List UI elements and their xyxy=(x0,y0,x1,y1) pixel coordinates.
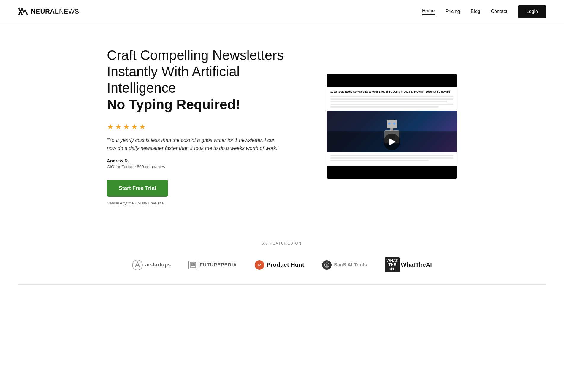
article-preview: 10 AI Tools Every Software Developer Sho… xyxy=(327,87,457,166)
featured-section: AS FEATURED ON aistartups FUTUREPEDIA xyxy=(0,223,564,284)
star-2: ★ xyxy=(115,122,122,131)
futurepedia-svg xyxy=(190,262,196,268)
logo-futurepedia[interactable]: FUTUREPEDIA xyxy=(188,261,237,269)
logo-icon xyxy=(18,6,28,17)
hero-heading-line2: Instantly With Artificial Intelligence xyxy=(107,64,240,96)
main-nav: Home Pricing Blog Contact Login xyxy=(422,5,546,18)
text-line xyxy=(330,106,438,108)
hero-heading-line1: Craft Compelling Newsletters xyxy=(107,47,284,63)
hero-heading: Craft Compelling Newsletters Instantly W… xyxy=(107,47,285,113)
start-trial-button[interactable]: Start Free Trial xyxy=(107,180,168,197)
author-name: Andrew D. xyxy=(107,158,285,163)
video-container[interactable]: 10 AI Tools Every Software Developer Sho… xyxy=(327,74,457,179)
futurepedia-icon xyxy=(188,261,197,269)
aistartups-text: aistartups xyxy=(145,262,171,268)
text-line xyxy=(330,155,453,156)
video-bottom-bar xyxy=(327,166,457,179)
producthunt-text: Product Hunt xyxy=(267,261,304,268)
aistartups-icon xyxy=(132,260,143,270)
article-bottom-lines xyxy=(327,152,457,166)
logo-text: NEURALNEWS xyxy=(31,8,79,15)
play-button[interactable] xyxy=(384,134,400,150)
star-4: ★ xyxy=(131,122,138,131)
play-overlay[interactable] xyxy=(327,131,457,152)
author-title: CIO for Fortune 500 companies xyxy=(107,164,285,169)
play-icon xyxy=(389,138,396,145)
hero-left: Craft Compelling Newsletters Instantly W… xyxy=(107,47,285,206)
nav-blog[interactable]: Blog xyxy=(471,9,480,14)
nav-contact[interactable]: Contact xyxy=(491,9,507,14)
star-5: ★ xyxy=(139,122,146,131)
logo[interactable]: NEURALNEWS xyxy=(18,6,79,17)
video-image-area xyxy=(327,111,457,152)
producthunt-icon: P xyxy=(255,260,264,270)
robot-head xyxy=(387,120,397,128)
text-line xyxy=(330,104,453,105)
text-line xyxy=(330,157,453,159)
cta-subtext: Cancel Anytime · 7-Day Free Trial xyxy=(107,201,164,205)
whatai-box: WHATTHE★I. xyxy=(385,257,400,272)
text-line xyxy=(330,160,429,161)
hero-heading-line3: No Typing Required! xyxy=(107,97,240,112)
article-inner: 10 AI Tools Every Software Developer Sho… xyxy=(327,87,457,111)
nav-pricing[interactable]: Pricing xyxy=(446,9,460,14)
logo-whattheai[interactable]: WHATTHE★I. WhatTheAI xyxy=(385,257,432,272)
header: NEURALNEWS Home Pricing Blog Contact Log… xyxy=(0,0,564,23)
video-top-bar xyxy=(327,74,457,87)
login-button[interactable]: Login xyxy=(518,5,546,18)
star-rating: ★ ★ ★ ★ ★ xyxy=(107,122,285,131)
logo-producthunt[interactable]: P Product Hunt xyxy=(255,260,304,270)
svg-point-6 xyxy=(326,263,327,265)
text-line xyxy=(330,96,453,97)
cta-area: Start Free Trial Cancel Anytime · 7-Day … xyxy=(107,180,285,206)
saasaitools-text: SaaS AI Tools xyxy=(334,262,367,268)
star-1: ★ xyxy=(107,122,114,131)
robot-eye-right xyxy=(393,123,395,125)
hero-video-preview: 10 AI Tools Every Software Developer Sho… xyxy=(327,74,457,179)
hero-section: Craft Compelling Newsletters Instantly W… xyxy=(89,23,475,223)
footer-divider xyxy=(18,284,546,285)
svg-rect-2 xyxy=(191,263,193,265)
saas-svg xyxy=(324,262,330,268)
svg-rect-3 xyxy=(191,265,195,266)
featured-label: AS FEATURED ON xyxy=(18,241,546,245)
logo-aistartups[interactable]: aistartups xyxy=(132,260,171,270)
text-line xyxy=(330,101,447,102)
nav-home[interactable]: Home xyxy=(422,8,435,15)
star-3: ★ xyxy=(123,122,130,131)
whattheai-text: WhatTheAI xyxy=(401,261,432,268)
futurepedia-text: FUTUREPEDIA xyxy=(200,262,237,268)
text-line xyxy=(330,98,453,100)
article-lines xyxy=(330,96,453,108)
testimonial-text: “Your yearly cost is less than the cost … xyxy=(107,136,285,152)
svg-rect-4 xyxy=(193,263,195,265)
featured-logos: aistartups FUTUREPEDIA P Product Hunt xyxy=(18,257,546,272)
logo-saasaitools[interactable]: SaaS AI Tools xyxy=(322,260,367,270)
saasaitools-icon xyxy=(322,260,332,270)
article-title: 10 AI Tools Every Software Developer Sho… xyxy=(330,90,453,94)
robot-eye-left xyxy=(388,123,390,125)
